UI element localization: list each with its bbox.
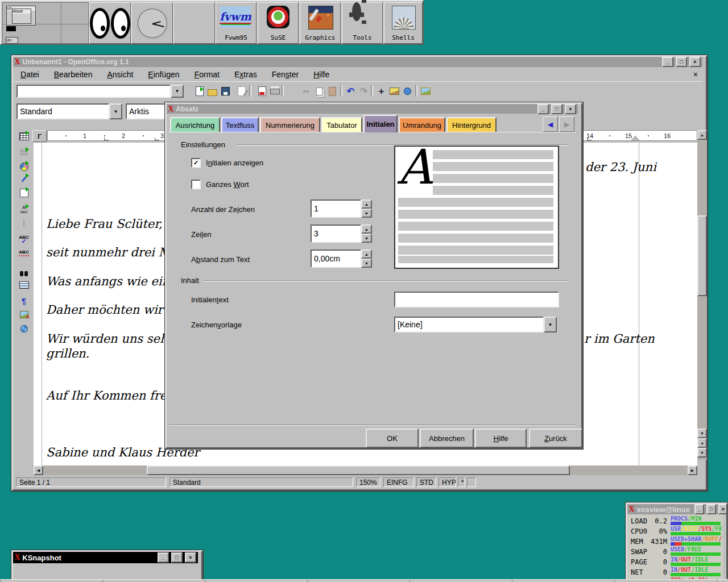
navigator-icon[interactable]: + — [375, 85, 387, 97]
menu-fenster[interactable]: Fenster — [264, 69, 306, 80]
initialentext-input[interactable] — [394, 292, 559, 307]
spin-down-icon[interactable]: ▼ — [361, 209, 372, 218]
close-document-icon[interactable]: × — [689, 70, 702, 79]
tab-ausrichtung[interactable]: Ausrichtung — [170, 117, 220, 132]
tab-umrandung[interactable]: Umrandung — [399, 117, 445, 132]
margin-marker-icon[interactable] — [631, 135, 640, 140]
tab-tabulator[interactable]: Tabulator — [321, 117, 362, 132]
launcher-tools[interactable]: Tools — [342, 2, 383, 44]
images-toggle-icon[interactable]: × — [18, 308, 30, 321]
dialog-titlebar[interactable]: X Absatz _ □ × — [167, 104, 578, 114]
minimize-icon[interactable]: _ — [694, 504, 704, 514]
edit-file-icon[interactable] — [235, 85, 247, 97]
next-page-icon[interactable]: ▼ — [697, 448, 707, 458]
chars-spinner[interactable]: 1 ▲▼ — [311, 199, 372, 218]
vertical-scrollbar-thumb[interactable] — [697, 215, 707, 296]
menu-extras[interactable]: Extras — [227, 69, 264, 80]
save-icon[interactable] — [220, 85, 231, 97]
xosview-titlebar[interactable]: X xosview@linux _ □ × — [627, 504, 723, 514]
launcher-shells[interactable]: Shells — [384, 2, 423, 44]
minimize-icon[interactable]: _ — [158, 552, 169, 563]
copy-icon[interactable] — [313, 85, 325, 97]
data-sources-icon[interactable] — [18, 278, 30, 291]
cancel-button[interactable]: Abbrechen — [420, 429, 474, 448]
menu-einfuegen[interactable]: Einfügen — [140, 69, 187, 80]
open-icon[interactable] — [206, 85, 218, 97]
menu-datei[interactable]: Datei — [13, 69, 47, 80]
maximize-icon[interactable]: □ — [551, 104, 562, 114]
maximize-icon[interactable]: □ — [676, 57, 687, 67]
menu-hilfe[interactable]: Hilfe — [306, 69, 337, 80]
paragraph-style-combobox[interactable]: Standard ▼ — [16, 103, 122, 119]
dropdown-icon[interactable]: ▼ — [544, 317, 557, 332]
url-combobox[interactable]: ▼ — [16, 85, 184, 98]
status-selection-mode[interactable]: STD — [416, 477, 436, 487]
dropdown-icon[interactable]: ▼ — [171, 85, 184, 98]
hyperlink-globe-icon[interactable] — [402, 85, 413, 97]
help-button[interactable]: Hilfe — [475, 429, 527, 448]
spin-up-icon[interactable]: ▲ — [361, 199, 372, 209]
tab-textfluss[interactable]: Textfluss — [221, 117, 259, 132]
launcher-fvwm95[interactable]: fvwm Fvwm95 — [216, 2, 257, 44]
insert-form-icon[interactable] — [18, 186, 30, 199]
autospellcheck-icon[interactable]: ABC — [18, 247, 30, 259]
ok-button[interactable]: OK — [366, 429, 419, 448]
close-icon[interactable]: × — [689, 57, 701, 67]
scroll-right-icon[interactable]: ▶ — [688, 465, 697, 475]
tab-type-button[interactable]: L — [32, 130, 47, 142]
taskbar-edge-strip[interactable] — [0, 579, 728, 582]
writer-titlebar[interactable]: X Unbenannt1 - OpenOffice.org 1.1 _ □ × — [13, 57, 702, 67]
vertical-scrollbar[interactable]: ▲ ▼ ● ▼ — [697, 130, 707, 460]
find-replace-icon[interactable] — [18, 267, 30, 280]
horizontal-scrollbar-thumb[interactable] — [147, 465, 570, 475]
scroll-up-icon[interactable]: ▲ — [697, 130, 707, 140]
spin-down-icon[interactable]: ▼ — [361, 234, 372, 243]
status-zoom[interactable]: 150% — [356, 477, 380, 487]
tab-initialen[interactable]: Initialen — [363, 115, 398, 132]
menu-format[interactable]: Format — [187, 69, 227, 80]
previous-page-icon[interactable]: ● — [697, 438, 707, 448]
close-icon[interactable]: × — [185, 552, 196, 563]
maximize-icon[interactable]: □ — [706, 504, 716, 514]
tab-forward-icon[interactable]: ▶ — [559, 117, 574, 132]
online-layout-icon[interactable] — [18, 322, 30, 335]
spellcheck-icon[interactable]: ABC✓ — [18, 233, 30, 246]
ksnapshot-titlebar[interactable]: X KSnapshot _ □ × — [13, 552, 198, 563]
distance-spinner[interactable]: 0,00cm ▲▼ — [311, 250, 372, 268]
undo-icon[interactable]: ↶ — [345, 85, 357, 97]
paste-icon[interactable] — [326, 85, 338, 97]
launcher-suse[interactable]: SuSE — [258, 2, 299, 44]
pager-mini-window[interactable] — [6, 26, 16, 31]
url-input[interactable] — [16, 85, 171, 98]
insert-table-icon[interactable] — [18, 130, 30, 143]
tab-nummerierung[interactable]: Nummerierung — [260, 117, 320, 132]
insert-object-icon[interactable] — [18, 160, 30, 173]
minimize-icon[interactable]: _ — [537, 104, 549, 114]
clock-button[interactable] — [131, 2, 173, 44]
insert-section-icon[interactable] — [18, 147, 30, 159]
minimize-icon[interactable]: _ — [662, 57, 673, 67]
pager-mini-window[interactable]: Absat — [12, 9, 31, 24]
pager-mini-window[interactable]: Un — [6, 37, 18, 44]
new-document-icon[interactable] — [193, 85, 205, 97]
insert-fields-icon[interactable]: AABC — [18, 203, 30, 216]
launcher-graphics[interactable]: Graphics — [300, 2, 341, 44]
formatting-marks-icon[interactable]: ¶ — [18, 295, 30, 307]
horizontal-scrollbar[interactable]: ◀ ▶ — [34, 465, 697, 475]
checkbox-initialen-anzeigen[interactable]: ✓ Initialen anzeigen — [191, 158, 263, 168]
redo-icon[interactable]: ↷ — [358, 85, 370, 97]
xeyes-button[interactable] — [89, 2, 131, 44]
tab-back-icon[interactable]: ◀ — [543, 117, 558, 132]
text-cursor-icon[interactable]: I — [18, 217, 30, 230]
spin-down-icon[interactable]: ▼ — [361, 259, 372, 268]
status-insert-mode[interactable]: EINFG — [383, 477, 414, 487]
scroll-left-icon[interactable]: ◀ — [34, 465, 43, 475]
print-icon[interactable] — [269, 85, 281, 97]
gallery-icon[interactable] — [388, 85, 400, 97]
maximize-icon[interactable]: □ — [171, 552, 183, 563]
export-pdf-icon[interactable] — [256, 85, 268, 97]
back-button[interactable]: Zurück — [529, 429, 582, 448]
insert-image-icon[interactable] — [420, 85, 432, 97]
spin-up-icon[interactable]: ▲ — [361, 225, 372, 234]
spin-up-icon[interactable]: ▲ — [361, 250, 372, 259]
